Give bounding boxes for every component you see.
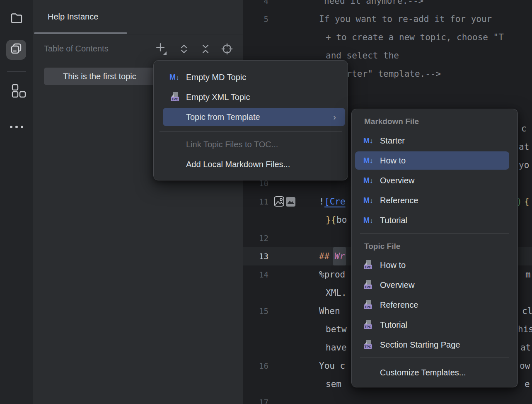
header-border <box>33 34 243 34</box>
menu-separator <box>160 131 342 132</box>
svg-text:TPC: TPC <box>365 285 372 289</box>
menu-item-add-local-markdown[interactable]: Add Local Markdown Files... <box>154 154 348 174</box>
code-fragment: at <box>520 338 531 357</box>
code-fragment: e <box>525 375 530 393</box>
toc-collapse-all-button[interactable] <box>198 43 213 57</box>
svg-text:TPC: TPC <box>365 325 372 329</box>
heading-text: Wr <box>333 247 346 265</box>
left-tool-rail <box>0 0 34 404</box>
locate-target-icon <box>221 43 233 56</box>
code-line: You c <box>319 357 345 375</box>
submenu-item-md-overview[interactable]: M↓ Overview <box>352 170 517 190</box>
line-number: 11 <box>243 192 268 211</box>
code-line: have <box>326 338 347 357</box>
svg-text:TPC: TPC <box>365 305 372 309</box>
more-dots-icon <box>9 123 24 130</box>
code-line: }{ <box>326 211 336 229</box>
line-number: 15 <box>243 302 268 320</box>
code-line: XML. <box>326 284 347 302</box>
collapse-all-icon <box>200 43 211 56</box>
section-header-topic-file: Topic File <box>364 238 400 255</box>
image-thumbnail-icon[interactable] <box>286 197 295 208</box>
writerside-instances-button[interactable] <box>6 40 26 60</box>
submenu-item-tpc-howto[interactable]: TPC How to <box>352 255 517 275</box>
section-header-markdown-file: Markdown File <box>364 113 419 130</box>
toc-header: Table of Contents <box>44 44 109 54</box>
submenu-item-tpc-tutorial[interactable]: TPC Tutorial <box>352 315 517 335</box>
markdown-file-icon: M↓ <box>363 190 378 210</box>
line-number: 4 <box>243 0 268 10</box>
structure-button[interactable] <box>9 82 29 102</box>
code-link[interactable]: [Cre <box>324 192 346 211</box>
code-fragment: ow <box>520 357 530 375</box>
topic-file-icon: TPC <box>363 315 373 335</box>
markdown-file-icon: M↓ <box>363 170 378 190</box>
svg-text:TPC: TPC <box>365 345 372 349</box>
menu-item-link-topic-files: Link Topic Files to TOC... <box>154 134 348 154</box>
instances-icon <box>9 41 24 58</box>
code-fragment: m <box>525 265 531 284</box>
line-number: 14 <box>243 265 268 284</box>
code-fragment: at <box>519 138 529 156</box>
code-fragment: c <box>521 119 527 138</box>
submenu-item-tpc-reference[interactable]: TPC Reference <box>352 295 517 315</box>
code-line: When <box>319 302 340 320</box>
add-topic-menu: M↓ Empty MD Topic TPC Empty XML Topic To… <box>153 60 348 180</box>
toc-locate-button[interactable] <box>220 43 234 57</box>
menu-item-empty-md-topic[interactable]: M↓ Empty MD Topic <box>154 67 348 87</box>
toc-item-label: This is the first topic <box>63 68 136 85</box>
menu-item-topic-from-template[interactable]: Topic from Template › <box>154 107 348 127</box>
submenu-chevron-icon: › <box>333 107 336 127</box>
code-fragment: { <box>524 192 530 211</box>
rail-divider <box>7 71 26 72</box>
submenu-item-md-starter[interactable]: M↓ Starter <box>352 131 517 151</box>
expand-all-icon <box>179 43 189 56</box>
line-number: 12 <box>243 229 268 247</box>
xml-topic-file-icon: TPC <box>170 87 180 107</box>
toc-add-button[interactable] <box>154 43 168 57</box>
code-fragment: yo <box>519 156 529 174</box>
menu-separator <box>360 358 509 358</box>
code-line: + to create a new topic, choose "T <box>326 28 504 46</box>
more-tool-windows-button[interactable] <box>7 117 27 136</box>
code-fragment: his <box>518 320 532 338</box>
ide-window: Help Instance Table of Contents <box>0 0 532 404</box>
submenu-item-tpc-overview[interactable]: TPC Overview <box>352 275 517 295</box>
svg-text:TPC: TPC <box>365 265 372 269</box>
code-fragment: cl <box>522 302 532 320</box>
markdown-file-icon: M↓ <box>169 67 184 87</box>
plus-dropdown-icon <box>155 42 167 57</box>
line-number: 17 <box>243 393 268 404</box>
tool-window-tab[interactable]: Help Instance <box>48 12 98 22</box>
submenu-item-tpc-section-starting-page[interactable]: TPC Section Starting Page <box>352 335 517 355</box>
menu-separator <box>360 233 509 234</box>
code-line: betw <box>326 320 347 338</box>
topic-file-icon: TPC <box>363 275 373 295</box>
project-button[interactable] <box>7 9 27 29</box>
topic-file-icon: TPC <box>363 255 373 275</box>
heading-marker: ## <box>319 247 329 265</box>
topic-file-icon: TPC <box>363 295 373 315</box>
line-number-current: 13 <box>243 247 268 265</box>
image-preview-outline-icon[interactable] <box>273 196 285 209</box>
submenu-item-customize-templates[interactable]: Customize Templates... <box>352 363 517 382</box>
toc-expand-all-button[interactable] <box>177 43 191 57</box>
line-number: 5 <box>243 10 268 28</box>
code-line: need it anymore.--> <box>324 0 423 10</box>
menu-item-empty-xml-topic[interactable]: TPC Empty XML Topic <box>154 87 348 107</box>
markdown-file-icon: M↓ <box>363 151 378 170</box>
markdown-file-icon: M↓ <box>363 210 378 230</box>
folder-icon <box>9 10 24 27</box>
submenu-item-md-howto[interactable]: M↓ How to <box>352 151 517 170</box>
code-line: %prod <box>319 265 345 284</box>
structure-icon <box>12 84 27 100</box>
markdown-file-icon: M↓ <box>363 131 378 151</box>
topic-template-submenu: Markdown File M↓ Starter M↓ How to M↓ Ov… <box>351 109 518 387</box>
code-line: If you want to re-add it for your <box>319 10 492 28</box>
topic-file-icon: TPC <box>363 335 373 355</box>
submenu-item-md-tutorial[interactable]: M↓ Tutorial <box>352 210 517 230</box>
line-number: 16 <box>243 357 268 375</box>
code-line: bo <box>336 211 347 229</box>
submenu-item-md-reference[interactable]: M↓ Reference <box>352 190 517 210</box>
svg-text:TPC: TPC <box>172 97 179 101</box>
